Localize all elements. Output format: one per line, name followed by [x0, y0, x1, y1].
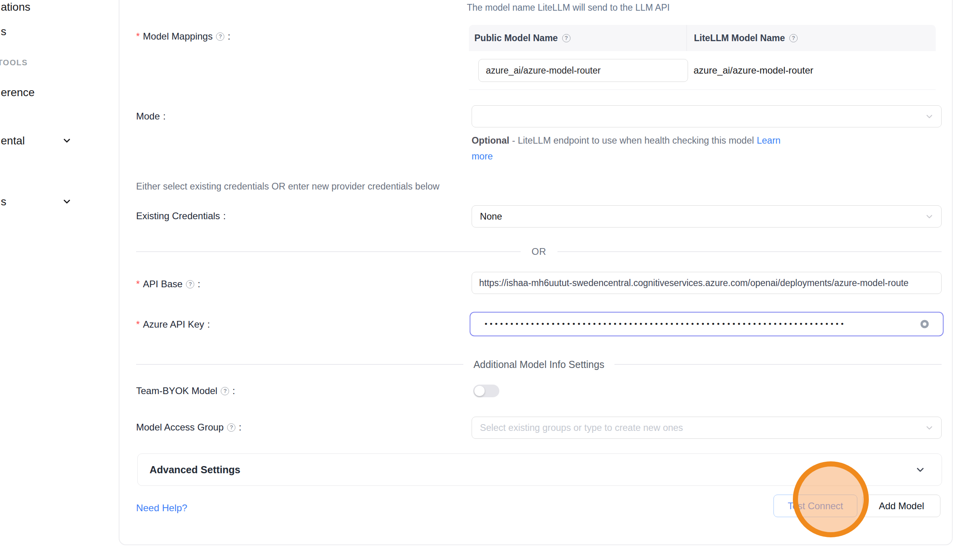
azure-api-key-field[interactable]	[470, 312, 944, 336]
help-icon[interactable]: ?	[186, 280, 194, 288]
chevron-down-icon	[915, 464, 926, 475]
need-help-link[interactable]: Need Help?	[136, 502, 187, 514]
model-access-group-label: Model Access Group ? :	[136, 422, 241, 433]
advanced-settings-title: Advanced Settings	[150, 464, 241, 476]
team-byok-label: Team-BYOK Model ? :	[136, 385, 235, 396]
help-icon[interactable]: ?	[221, 387, 229, 395]
test-connect-button[interactable]: Test Connect	[773, 495, 857, 517]
mode-helper-text: Optional - LiteLLM endpoint to use when …	[472, 135, 781, 146]
sidebar-item[interactable]: s	[1, 25, 6, 38]
azure-api-key-input[interactable]	[485, 320, 913, 328]
sidebar: ations s TOOLS erence ental s	[0, 0, 119, 548]
required-asterisk: *	[136, 31, 140, 42]
chevron-down-icon[interactable]	[62, 196, 72, 207]
api-base-label: * API Base ? :	[136, 279, 200, 290]
required-asterisk: *	[136, 319, 140, 330]
table-header-row: Public Model Name ? LiteLLM Model Name ?	[469, 25, 936, 51]
sidebar-item[interactable]: ations	[1, 1, 30, 13]
mode-label: Mode :	[136, 111, 166, 122]
chevron-down-icon	[925, 112, 934, 121]
sidebar-item[interactable]: erence	[1, 86, 35, 99]
help-icon[interactable]: ?	[562, 34, 571, 42]
public-model-name-input[interactable]	[478, 59, 688, 82]
help-icon[interactable]: ?	[227, 423, 235, 432]
or-divider: OR	[136, 246, 942, 257]
table-row: azure_ai/azure-model-router	[469, 51, 936, 90]
add-model-button[interactable]: Add Model	[862, 495, 940, 517]
column-header-public-model-name: Public Model Name ?	[474, 33, 686, 44]
chevron-down-icon	[925, 212, 934, 221]
model-name-helper-text: The model name LiteLLM will send to the …	[467, 2, 670, 13]
model-mappings-label: * Model Mappings ? :	[136, 31, 230, 42]
toggle-knob	[474, 386, 485, 396]
api-base-input[interactable]	[472, 272, 942, 294]
team-byok-toggle[interactable]	[473, 385, 499, 397]
learn-more-link[interactable]: Learn	[757, 135, 781, 146]
model-mappings-table: Public Model Name ? LiteLLM Model Name ?…	[469, 25, 936, 90]
eye-icon[interactable]	[919, 319, 930, 330]
learn-more-link[interactable]: more	[472, 151, 493, 162]
litellm-model-name-value: azure_ai/azure-model-router	[694, 51, 813, 90]
credentials-note: Either select existing credentials OR en…	[136, 181, 440, 192]
sidebar-item[interactable]: ental	[1, 135, 25, 147]
select-placeholder: Select existing groups or type to create…	[480, 423, 683, 433]
help-icon[interactable]: ?	[216, 32, 224, 41]
advanced-settings-panel[interactable]: Advanced Settings	[137, 453, 942, 486]
mode-select[interactable]	[472, 105, 942, 127]
model-access-group-select[interactable]: Select existing groups or type to create…	[472, 417, 942, 439]
additional-model-info-divider: Additional Model Info Settings	[136, 358, 942, 370]
azure-api-key-label: * Azure API Key :	[136, 319, 210, 330]
sidebar-section-label: TOOLS	[0, 58, 28, 67]
required-asterisk: *	[136, 279, 140, 290]
chevron-down-icon	[925, 423, 934, 432]
column-header-litellm-model-name: LiteLLM Model Name ?	[694, 33, 798, 44]
chevron-down-icon[interactable]	[62, 135, 72, 146]
existing-credentials-select[interactable]: None	[472, 205, 942, 228]
help-icon[interactable]: ?	[789, 34, 798, 42]
existing-credentials-label: Existing Credentials :	[136, 210, 226, 222]
sidebar-item[interactable]: s	[1, 195, 6, 208]
